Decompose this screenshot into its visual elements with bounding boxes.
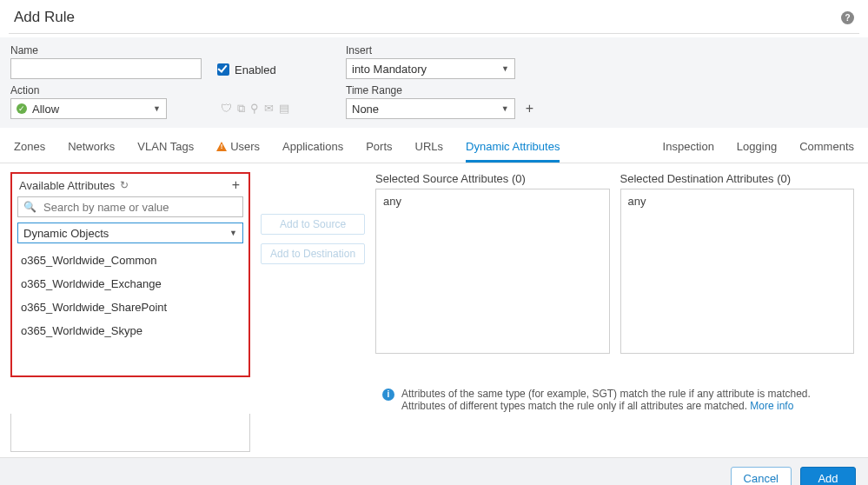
top-form: Name Enabled Insert into Mandatory ▼ Act… <box>0 37 868 128</box>
clipboard-icon[interactable]: ▤ <box>279 102 289 119</box>
tab-applications[interactable]: Applications <box>282 131 343 163</box>
search-icon: 🔍 <box>23 201 36 213</box>
enabled-label: Enabled <box>235 63 276 76</box>
info-icon: i <box>382 389 394 401</box>
attributes-info: i Attributes of the same type (for examp… <box>0 382 868 414</box>
tab-vlan-tags[interactable]: VLAN Tags <box>137 131 194 163</box>
chevron-down-icon: ▼ <box>229 229 237 237</box>
divider <box>9 33 859 34</box>
enabled-group: Enabled <box>217 60 339 79</box>
selected-destination-value: any <box>628 195 646 208</box>
tab-users[interactable]: Users <box>216 131 260 163</box>
tab-logging[interactable]: Logging <box>737 131 777 163</box>
selected-destination-column: Selected Destination Attributes (0) any <box>620 172 854 377</box>
list-item[interactable]: o365_Worldwide_Exchange <box>17 272 243 296</box>
tab-inspection[interactable]: Inspection <box>663 131 714 163</box>
name-label: Name <box>10 44 210 56</box>
available-attributes-panel: Available Attributes ↻ + 🔍 Dynamic Objec… <box>10 172 250 377</box>
tabs-left: Zones Networks VLAN Tags Users Applicati… <box>14 131 560 163</box>
selected-source-title: Selected Source Attributes (0) <box>375 172 609 189</box>
tab-comments[interactable]: Comments <box>799 131 854 163</box>
tab-bar: Zones Networks VLAN Tags Users Applicati… <box>0 131 868 163</box>
tabs-right: Inspection Logging Comments <box>663 131 854 163</box>
attribute-search[interactable]: 🔍 <box>17 196 243 217</box>
time-range-label: Time Range <box>346 84 537 96</box>
attribute-search-input[interactable] <box>42 200 237 215</box>
add-to-source-button[interactable]: Add to Source <box>261 214 365 235</box>
list-item[interactable]: o365_Worldwide_Skype <box>17 319 243 342</box>
time-range-group: Time Range None ▼ + <box>346 84 537 119</box>
available-title: Available Attributes <box>19 179 115 192</box>
mail-icon[interactable]: ✉ <box>264 102 274 119</box>
selected-destination-title: Selected Destination Attributes (0) <box>620 172 854 189</box>
attribute-list: o365_Worldwide_Common o365_Worldwide_Exc… <box>17 249 243 370</box>
enabled-checkbox[interactable] <box>217 63 229 76</box>
cancel-button[interactable]: Cancel <box>731 467 792 485</box>
insert-field-group: Insert into Mandatory ▼ <box>346 44 537 79</box>
add-to-destination-button[interactable]: Add to Destination <box>261 243 365 264</box>
shield-icon[interactable]: 🛡 <box>221 102 232 119</box>
action-select[interactable]: ✓ Allow ▼ <box>10 98 167 119</box>
tag-icon[interactable]: ⧉ <box>237 102 245 119</box>
time-range-value: None <box>352 103 379 116</box>
attribute-type-select[interactable]: Dynamic Objects ▼ <box>17 223 243 243</box>
action-field-group: Action ✓ Allow ▼ <box>10 84 210 119</box>
tab-ports[interactable]: Ports <box>366 131 392 163</box>
tab-zones[interactable]: Zones <box>14 131 45 163</box>
available-panel-outline <box>10 414 250 452</box>
info-text: Attributes of the same type (for example… <box>401 388 854 412</box>
action-label: Action <box>10 84 210 96</box>
dialog-header: Add Rule ? <box>0 0 868 33</box>
tab-networks[interactable]: Networks <box>68 131 115 163</box>
dialog-title: Add Rule <box>14 9 75 26</box>
list-item[interactable]: o365_Worldwide_Common <box>17 249 243 272</box>
dialog-footer: Cancel Add <box>0 457 868 485</box>
insert-label: Insert <box>346 44 537 56</box>
help-icon[interactable]: ? <box>841 11 854 24</box>
allow-circle-icon: ✓ <box>17 103 27 114</box>
selected-destination-box[interactable]: any <box>620 189 854 354</box>
tab-dynamic-attributes[interactable]: Dynamic Attributes <box>466 131 560 163</box>
attributes-body: Available Attributes ↻ + 🔍 Dynamic Objec… <box>0 163 868 382</box>
time-range-select[interactable]: None ▼ <box>346 98 515 119</box>
chevron-down-icon: ▼ <box>153 104 161 113</box>
transfer-buttons: Add to Source Add to Destination <box>261 214 365 377</box>
name-input[interactable] <box>10 58 202 79</box>
list-item[interactable]: o365_Worldwide_SharePoint <box>17 296 243 319</box>
add-attribute-icon[interactable]: + <box>232 177 242 193</box>
attribute-type-value: Dynamic Objects <box>23 227 109 240</box>
refresh-icon[interactable]: ↻ <box>120 179 129 191</box>
insert-select[interactable]: into Mandatory ▼ <box>346 58 515 79</box>
selected-source-box[interactable]: any <box>375 189 609 354</box>
time-range-add-icon[interactable]: + <box>522 101 537 116</box>
chevron-down-icon: ▼ <box>501 64 509 73</box>
insert-value: into Mandatory <box>352 63 427 76</box>
add-rule-dialog: Add Rule ? Name Enabled Insert into Mand… <box>0 0 868 485</box>
warning-icon <box>216 142 227 151</box>
add-button[interactable]: Add <box>800 467 856 485</box>
chevron-down-icon: ▼ <box>501 104 509 113</box>
selected-source-value: any <box>383 195 401 208</box>
more-info-link[interactable]: More info <box>750 400 793 412</box>
name-field-group: Name <box>10 44 210 79</box>
tab-urls[interactable]: URLs <box>415 131 444 163</box>
selected-source-column: Selected Source Attributes (0) any <box>375 172 609 377</box>
action-value: Allow <box>32 103 59 116</box>
user-icon[interactable]: ⚲ <box>250 102 259 119</box>
action-mini-icons: 🛡 ⧉ ⚲ ✉ ▤ <box>221 102 339 119</box>
